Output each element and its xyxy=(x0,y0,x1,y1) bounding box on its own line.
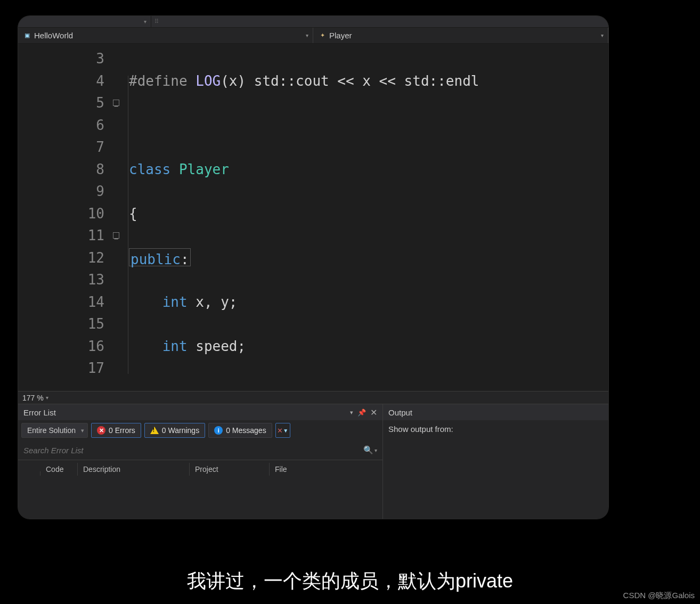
brace: { xyxy=(129,206,137,222)
output-source-label: Show output from: xyxy=(388,425,453,434)
scope-label: Entire Solution xyxy=(27,426,76,435)
watermark: CSDN @晓源Galois xyxy=(623,591,695,601)
output-body: Show output from: xyxy=(383,420,608,438)
class-icon: ✦ xyxy=(319,32,326,39)
info-icon: i xyxy=(214,426,223,435)
th-description[interactable]: Description xyxy=(78,463,190,476)
navigation-bar: ▣ HelloWorld ▾ ✦ Player ▾ xyxy=(18,28,608,44)
code-text: speed; xyxy=(188,338,246,354)
chevron-down-icon[interactable]: ▾ xyxy=(46,395,48,401)
panel-title: Error List xyxy=(23,408,56,417)
zoom-status-bar: 177 % ▾ xyxy=(18,391,608,404)
fold-toggle-icon[interactable] xyxy=(113,232,119,239)
project-icon: ▣ xyxy=(23,32,31,39)
error-filter-row: Entire Solution ✕ 0 Errors 0 Warnings i … xyxy=(18,420,382,440)
messages-count: 0 Messages xyxy=(226,426,266,435)
code-text: x, y; xyxy=(188,294,238,310)
messages-filter-button[interactable]: i 0 Messages xyxy=(208,423,272,438)
chevron-down-icon: ▾ xyxy=(306,32,308,38)
error-search-input[interactable] xyxy=(23,446,363,455)
keyword: int xyxy=(162,338,188,354)
keyword: int xyxy=(162,294,188,310)
line-number-gutter: 34567891011121314151617 xyxy=(18,44,113,391)
code-content[interactable]: #define LOG(x) std::cout << x << std::en… xyxy=(129,44,608,391)
warnings-count: 0 Warnings xyxy=(162,426,199,435)
scope-dropdown[interactable]: Entire Solution xyxy=(21,423,88,438)
error-list-panel: Error List ▾ 📌 ✕ Entire Solution ✕ 0 Err… xyxy=(18,404,383,519)
type-name: Player xyxy=(170,161,229,177)
search-icon[interactable]: 🔍▾ xyxy=(363,445,377,455)
output-header: Output xyxy=(383,404,608,420)
preprocessor-kw: #define xyxy=(129,73,188,89)
warning-icon xyxy=(150,427,159,434)
error-table-header: Code Description Project File xyxy=(18,460,382,476)
filter-toggle-button[interactable]: ✕▼ xyxy=(275,423,290,438)
panel-menu-icon[interactable]: ▾ xyxy=(350,409,353,416)
nav-project-dropdown[interactable]: ▣ HelloWorld ▾ xyxy=(18,28,313,43)
th-icon[interactable] xyxy=(21,471,40,476)
warnings-filter-button[interactable]: 0 Warnings xyxy=(144,423,205,438)
errors-filter-button[interactable]: ✕ 0 Errors xyxy=(91,423,141,438)
error-search-row: 🔍▾ xyxy=(18,440,382,460)
chevron-down-icon: ▾ xyxy=(601,32,604,38)
ide-window: ▾ ⠿ ▣ HelloWorld ▾ ✦ Player ▾ 3456789101… xyxy=(18,16,608,519)
bottom-panel-area: Error List ▾ 📌 ✕ Entire Solution ✕ 0 Err… xyxy=(18,404,608,519)
code-editor[interactable]: 34567891011121314151617 #define LOG(x) s… xyxy=(18,44,608,391)
scope-guide-line xyxy=(128,76,128,374)
keyword: class xyxy=(129,161,170,177)
video-subtitle: 我讲过，一个类的成员，默认为private xyxy=(0,568,700,594)
nav-project-label: HelloWorld xyxy=(34,31,73,40)
dropdown-icon[interactable]: ▾ xyxy=(144,19,146,25)
errors-count: 0 Errors xyxy=(109,426,135,435)
error-list-header: Error List ▾ 📌 ✕ xyxy=(18,404,382,420)
current-line-highlight: public: xyxy=(129,248,191,266)
keyword: public xyxy=(131,251,181,267)
th-project[interactable]: Project xyxy=(190,463,270,476)
macro-name: LOG xyxy=(188,73,221,89)
fold-toggle-icon[interactable] xyxy=(113,100,119,106)
top-toolbar: ▾ ⠿ xyxy=(18,16,608,28)
pin-icon[interactable]: 📌 xyxy=(357,409,366,417)
panel-title: Output xyxy=(388,408,412,417)
th-code[interactable]: Code xyxy=(40,463,78,476)
toolbar-section: ▾ xyxy=(18,16,151,27)
th-file[interactable]: File xyxy=(270,463,379,476)
close-icon[interactable]: ✕ xyxy=(370,407,377,418)
zoom-level[interactable]: 177 % xyxy=(22,394,44,402)
error-icon: ✕ xyxy=(97,426,105,435)
code-text: (x) std::cout << x << std::endl xyxy=(221,73,479,89)
nav-class-label: Player xyxy=(329,31,352,40)
punct: : xyxy=(181,251,189,267)
output-panel: Output Show output from: xyxy=(383,404,608,519)
nav-class-dropdown[interactable]: ✦ Player ▾ xyxy=(313,28,608,43)
drag-handle-icon[interactable]: ⠿ xyxy=(151,18,159,25)
fold-gutter xyxy=(113,44,129,391)
